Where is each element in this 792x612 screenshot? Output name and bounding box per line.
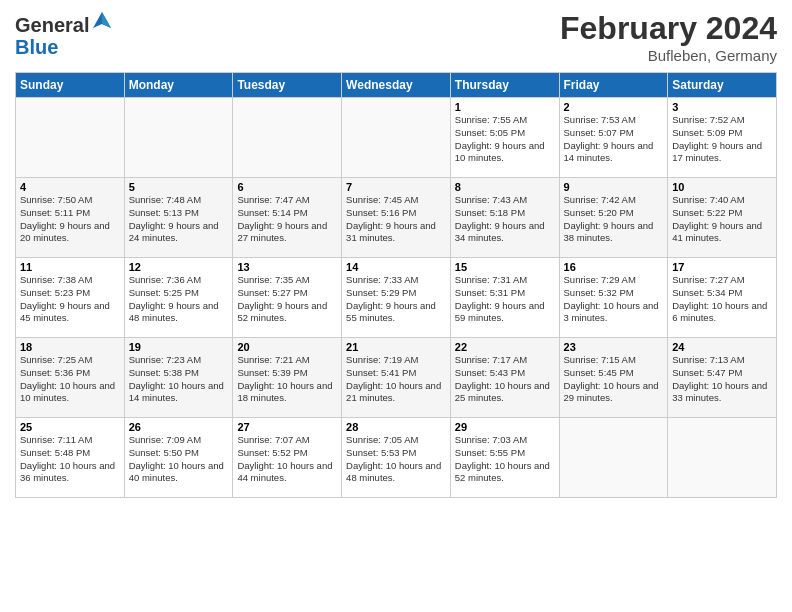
calendar-day-header: Wednesday bbox=[342, 73, 451, 98]
calendar-day-cell: 11Sunrise: 7:38 AM Sunset: 5:23 PM Dayli… bbox=[16, 258, 125, 338]
calendar-day-cell: 19Sunrise: 7:23 AM Sunset: 5:38 PM Dayli… bbox=[124, 338, 233, 418]
calendar-week-row: 1Sunrise: 7:55 AM Sunset: 5:05 PM Daylig… bbox=[16, 98, 777, 178]
day-info: Sunrise: 7:52 AM Sunset: 5:09 PM Dayligh… bbox=[672, 114, 772, 165]
calendar-day-cell bbox=[342, 98, 451, 178]
day-number: 29 bbox=[455, 421, 555, 433]
calendar-day-cell: 1Sunrise: 7:55 AM Sunset: 5:05 PM Daylig… bbox=[450, 98, 559, 178]
day-info: Sunrise: 7:47 AM Sunset: 5:14 PM Dayligh… bbox=[237, 194, 337, 245]
calendar-day-cell bbox=[559, 418, 668, 498]
day-info: Sunrise: 7:13 AM Sunset: 5:47 PM Dayligh… bbox=[672, 354, 772, 405]
day-info: Sunrise: 7:43 AM Sunset: 5:18 PM Dayligh… bbox=[455, 194, 555, 245]
day-number: 10 bbox=[672, 181, 772, 193]
logo-text-group: General Blue bbox=[15, 10, 111, 58]
calendar-day-cell: 17Sunrise: 7:27 AM Sunset: 5:34 PM Dayli… bbox=[668, 258, 777, 338]
day-number: 15 bbox=[455, 261, 555, 273]
logo: General Blue bbox=[15, 10, 111, 58]
calendar-day-cell: 9Sunrise: 7:42 AM Sunset: 5:20 PM Daylig… bbox=[559, 178, 668, 258]
day-number: 23 bbox=[564, 341, 664, 353]
day-info: Sunrise: 7:27 AM Sunset: 5:34 PM Dayligh… bbox=[672, 274, 772, 325]
calendar-week-row: 25Sunrise: 7:11 AM Sunset: 5:48 PM Dayli… bbox=[16, 418, 777, 498]
day-info: Sunrise: 7:09 AM Sunset: 5:50 PM Dayligh… bbox=[129, 434, 229, 485]
day-number: 22 bbox=[455, 341, 555, 353]
day-info: Sunrise: 7:11 AM Sunset: 5:48 PM Dayligh… bbox=[20, 434, 120, 485]
day-info: Sunrise: 7:36 AM Sunset: 5:25 PM Dayligh… bbox=[129, 274, 229, 325]
title-area: February 2024 Bufleben, Germany bbox=[560, 10, 777, 64]
calendar-day-cell: 18Sunrise: 7:25 AM Sunset: 5:36 PM Dayli… bbox=[16, 338, 125, 418]
subtitle: Bufleben, Germany bbox=[560, 47, 777, 64]
day-info: Sunrise: 7:50 AM Sunset: 5:11 PM Dayligh… bbox=[20, 194, 120, 245]
calendar-day-cell: 23Sunrise: 7:15 AM Sunset: 5:45 PM Dayli… bbox=[559, 338, 668, 418]
day-number: 18 bbox=[20, 341, 120, 353]
day-number: 7 bbox=[346, 181, 446, 193]
day-info: Sunrise: 7:31 AM Sunset: 5:31 PM Dayligh… bbox=[455, 274, 555, 325]
main-title: February 2024 bbox=[560, 10, 777, 47]
day-number: 9 bbox=[564, 181, 664, 193]
calendar-day-cell: 8Sunrise: 7:43 AM Sunset: 5:18 PM Daylig… bbox=[450, 178, 559, 258]
calendar-day-header: Saturday bbox=[668, 73, 777, 98]
calendar-week-row: 4Sunrise: 7:50 AM Sunset: 5:11 PM Daylig… bbox=[16, 178, 777, 258]
day-info: Sunrise: 7:55 AM Sunset: 5:05 PM Dayligh… bbox=[455, 114, 555, 165]
day-info: Sunrise: 7:33 AM Sunset: 5:29 PM Dayligh… bbox=[346, 274, 446, 325]
logo-blue: Blue bbox=[15, 36, 58, 58]
calendar-day-cell: 26Sunrise: 7:09 AM Sunset: 5:50 PM Dayli… bbox=[124, 418, 233, 498]
calendar-day-cell: 14Sunrise: 7:33 AM Sunset: 5:29 PM Dayli… bbox=[342, 258, 451, 338]
day-number: 14 bbox=[346, 261, 446, 273]
day-info: Sunrise: 7:07 AM Sunset: 5:52 PM Dayligh… bbox=[237, 434, 337, 485]
day-number: 28 bbox=[346, 421, 446, 433]
day-number: 3 bbox=[672, 101, 772, 113]
calendar-day-header: Thursday bbox=[450, 73, 559, 98]
calendar-table: SundayMondayTuesdayWednesdayThursdayFrid… bbox=[15, 72, 777, 498]
calendar-day-cell bbox=[124, 98, 233, 178]
calendar-day-cell: 5Sunrise: 7:48 AM Sunset: 5:13 PM Daylig… bbox=[124, 178, 233, 258]
calendar-week-row: 11Sunrise: 7:38 AM Sunset: 5:23 PM Dayli… bbox=[16, 258, 777, 338]
day-number: 26 bbox=[129, 421, 229, 433]
day-info: Sunrise: 7:48 AM Sunset: 5:13 PM Dayligh… bbox=[129, 194, 229, 245]
day-info: Sunrise: 7:42 AM Sunset: 5:20 PM Dayligh… bbox=[564, 194, 664, 245]
calendar-day-cell bbox=[233, 98, 342, 178]
logo-text: General Blue bbox=[15, 10, 111, 58]
day-number: 8 bbox=[455, 181, 555, 193]
header: General Blue February 2024 Bufleben, Ger… bbox=[15, 10, 777, 64]
calendar-day-cell bbox=[668, 418, 777, 498]
day-number: 17 bbox=[672, 261, 772, 273]
calendar-day-cell: 7Sunrise: 7:45 AM Sunset: 5:16 PM Daylig… bbox=[342, 178, 451, 258]
calendar-day-cell: 2Sunrise: 7:53 AM Sunset: 5:07 PM Daylig… bbox=[559, 98, 668, 178]
day-number: 13 bbox=[237, 261, 337, 273]
day-number: 21 bbox=[346, 341, 446, 353]
calendar-day-header: Sunday bbox=[16, 73, 125, 98]
day-info: Sunrise: 7:38 AM Sunset: 5:23 PM Dayligh… bbox=[20, 274, 120, 325]
logo-icon bbox=[91, 10, 113, 32]
calendar-day-cell: 6Sunrise: 7:47 AM Sunset: 5:14 PM Daylig… bbox=[233, 178, 342, 258]
day-number: 12 bbox=[129, 261, 229, 273]
day-info: Sunrise: 7:45 AM Sunset: 5:16 PM Dayligh… bbox=[346, 194, 446, 245]
day-info: Sunrise: 7:19 AM Sunset: 5:41 PM Dayligh… bbox=[346, 354, 446, 405]
day-info: Sunrise: 7:05 AM Sunset: 5:53 PM Dayligh… bbox=[346, 434, 446, 485]
day-number: 27 bbox=[237, 421, 337, 433]
calendar-day-cell: 22Sunrise: 7:17 AM Sunset: 5:43 PM Dayli… bbox=[450, 338, 559, 418]
calendar-day-cell: 13Sunrise: 7:35 AM Sunset: 5:27 PM Dayli… bbox=[233, 258, 342, 338]
day-number: 16 bbox=[564, 261, 664, 273]
day-number: 25 bbox=[20, 421, 120, 433]
day-info: Sunrise: 7:21 AM Sunset: 5:39 PM Dayligh… bbox=[237, 354, 337, 405]
day-info: Sunrise: 7:03 AM Sunset: 5:55 PM Dayligh… bbox=[455, 434, 555, 485]
calendar-day-cell: 21Sunrise: 7:19 AM Sunset: 5:41 PM Dayli… bbox=[342, 338, 451, 418]
calendar-day-header: Friday bbox=[559, 73, 668, 98]
day-info: Sunrise: 7:53 AM Sunset: 5:07 PM Dayligh… bbox=[564, 114, 664, 165]
calendar-day-cell: 24Sunrise: 7:13 AM Sunset: 5:47 PM Dayli… bbox=[668, 338, 777, 418]
calendar-day-cell: 28Sunrise: 7:05 AM Sunset: 5:53 PM Dayli… bbox=[342, 418, 451, 498]
main-container: General Blue February 2024 Bufleben, Ger… bbox=[0, 0, 792, 508]
calendar-day-cell: 15Sunrise: 7:31 AM Sunset: 5:31 PM Dayli… bbox=[450, 258, 559, 338]
day-info: Sunrise: 7:23 AM Sunset: 5:38 PM Dayligh… bbox=[129, 354, 229, 405]
calendar-day-header: Tuesday bbox=[233, 73, 342, 98]
calendar-day-header: Monday bbox=[124, 73, 233, 98]
day-number: 19 bbox=[129, 341, 229, 353]
logo-general: General bbox=[15, 14, 89, 36]
day-number: 5 bbox=[129, 181, 229, 193]
calendar-day-cell: 12Sunrise: 7:36 AM Sunset: 5:25 PM Dayli… bbox=[124, 258, 233, 338]
day-number: 4 bbox=[20, 181, 120, 193]
day-info: Sunrise: 7:40 AM Sunset: 5:22 PM Dayligh… bbox=[672, 194, 772, 245]
calendar-day-cell bbox=[16, 98, 125, 178]
calendar-day-cell: 4Sunrise: 7:50 AM Sunset: 5:11 PM Daylig… bbox=[16, 178, 125, 258]
calendar-day-cell: 16Sunrise: 7:29 AM Sunset: 5:32 PM Dayli… bbox=[559, 258, 668, 338]
calendar-day-cell: 10Sunrise: 7:40 AM Sunset: 5:22 PM Dayli… bbox=[668, 178, 777, 258]
